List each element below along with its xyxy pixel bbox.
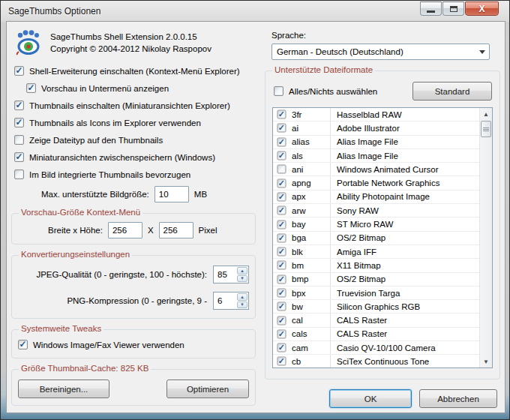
language-selected-value: German - Deutsch (Deutschland) [277, 47, 404, 56]
select-all-checkbox[interactable]: ✓ [274, 86, 284, 96]
formats-list[interactable]: ✓3frHasselblad RAW✓aiAdobe Illustrator✓a… [272, 107, 493, 368]
option-checkbox[interactable]: ✓ [14, 152, 24, 162]
format-checkbox[interactable]: ✓ [278, 178, 286, 188]
format-row[interactable]: ✓apngPortable Network Graphics [273, 176, 479, 190]
format-checkbox[interactable]: ✓ [278, 302, 286, 311]
close-button[interactable]: X [465, 2, 499, 16]
max-image-size-input[interactable] [154, 186, 189, 202]
scroll-down-button[interactable]: ▼ [480, 356, 492, 368]
ok-button[interactable]: OK [329, 389, 412, 408]
format-checkbox[interactable]: ✓ [278, 329, 286, 338]
cache-group: Größe Thumbnail-Cache: 825 KB Bereinigen… [11, 369, 256, 406]
format-checkbox[interactable]: ✓ [278, 344, 286, 352]
jpeg-quality-spinner[interactable]: 85 ▲ ▼ [213, 266, 249, 284]
cancel-button[interactable]: Abbrechen [419, 389, 497, 408]
format-row[interactable]: ✓bmX11 Bitmap [273, 259, 479, 272]
png-compression-spinner[interactable]: 6 ▲ ▼ [213, 292, 249, 310]
option-checkbox-row[interactable]: ✓Im Bild integrierte Thumbnails bevorzug… [14, 166, 257, 183]
format-row[interactable]: ✓cbSciTex Continuous Tone [273, 355, 479, 368]
formats-list-rows: ✓3frHasselblad RAW✓aiAdobe Illustrator✓a… [273, 108, 479, 368]
scroll-up-button[interactable]: ▲ [480, 108, 492, 120]
format-checkbox[interactable]: ✓ [278, 137, 286, 146]
language-select[interactable]: German - Deutsch (Deutschland) [272, 44, 490, 60]
format-desc: Silicon Graphics RGB [331, 302, 420, 311]
jpeg-spin-down-button[interactable]: ▼ [237, 275, 248, 283]
option-checkbox[interactable]: ✓ [14, 100, 24, 110]
format-checkbox[interactable]: ✓ [278, 233, 286, 242]
format-desc: Portable Network Graphics [331, 178, 440, 188]
jpeg-quality-value: 85 [214, 266, 236, 283]
format-checkbox[interactable]: ✓ [278, 220, 286, 229]
png-spin-down-button[interactable]: ▼ [237, 302, 248, 309]
format-row[interactable]: ✓calCALS Raster [273, 314, 479, 327]
formats-group: Unterstützte Dateiformate ✓ Alles/Nichts… [265, 70, 500, 380]
combo-arrow-zone[interactable] [476, 45, 488, 58]
option-checkbox-row[interactable]: ✓Shell-Erweiterung einschalten (Kontext-… [14, 62, 257, 80]
format-row[interactable]: ✓bpxTruevision Targa [273, 286, 479, 300]
window-title: SageThumbs Optionen [8, 6, 100, 16]
format-row[interactable]: ✓bgaOS/2 Bitmap [273, 232, 479, 245]
png-spin-up-button[interactable]: ▲ [237, 293, 248, 301]
format-row[interactable]: ✓camCasio QV-10/100 Camera [273, 341, 479, 355]
option-label: Thumbnails einschalten (Miniaturansichte… [29, 101, 230, 110]
list-scrollbar[interactable]: ▲ ▼ [479, 108, 492, 368]
option-checkbox-row[interactable]: ✓Vorschau in Untermenü anzeigen [26, 80, 257, 97]
format-ext: cb [286, 355, 331, 368]
format-row[interactable]: ✓aliasAlias Image File [273, 136, 479, 149]
option-checkbox[interactable]: ✓ [14, 135, 24, 145]
format-row[interactable]: ✓3frHasselblad RAW [273, 108, 479, 122]
standard-button[interactable]: Standard [412, 82, 492, 100]
scroll-thumb[interactable] [481, 121, 491, 137]
format-row[interactable]: ✓bwSilicon Graphics RGB [273, 300, 479, 314]
format-ext: bpx [286, 286, 331, 299]
format-checkbox[interactable]: ✓ [278, 274, 286, 284]
format-row[interactable]: ✓bmpOS/2 Bitmap [273, 273, 479, 286]
preview-width-input[interactable] [108, 222, 142, 238]
maximize-button[interactable] [442, 2, 464, 16]
format-checkbox[interactable]: ✓ [278, 261, 286, 270]
option-checkbox-row[interactable]: ✓Thumbnails als Icons im Explorer verwen… [14, 114, 257, 131]
preview-height-input[interactable] [159, 222, 194, 238]
format-checkbox[interactable]: ✓ [278, 316, 286, 325]
format-checkbox[interactable]: ✓ [278, 248, 286, 256]
format-row[interactable]: ✓aiAdobe Illustrator [273, 122, 479, 135]
format-checkbox[interactable]: ✓ [278, 152, 286, 160]
format-checkbox[interactable]: ✓ [278, 110, 286, 119]
clean-cache-button[interactable]: Bereinigen... [18, 380, 110, 398]
format-row[interactable]: ✓apxAbility Photopaint Image [273, 190, 479, 204]
minimize-button[interactable] [420, 2, 442, 16]
format-checkbox[interactable]: ✓ [278, 206, 286, 215]
fax-viewer-checkbox[interactable]: ✓ [18, 340, 28, 350]
format-checkbox[interactable]: ✓ [278, 192, 286, 201]
preview-size-group: Vorschau-Größe Kontext-Menü Breite x Höh… [11, 213, 256, 244]
option-checkbox[interactable]: ✓ [14, 66, 24, 76]
format-checkbox[interactable]: ✓ [278, 165, 286, 174]
optimize-cache-button[interactable]: Optimieren [166, 380, 249, 398]
option-checkbox-row[interactable]: ✓Miniaturansichten zwischenspeichern (Wi… [14, 148, 257, 166]
format-row[interactable]: ✓aniWindows Animated Cursor [273, 163, 479, 176]
format-checkbox[interactable]: ✓ [278, 289, 286, 298]
format-row[interactable]: ✓alsAlias Image File [273, 149, 479, 163]
option-checkbox[interactable]: ✓ [14, 118, 24, 128]
option-checkbox[interactable]: ✓ [26, 83, 36, 93]
format-checkbox[interactable]: ✓ [278, 124, 286, 133]
format-desc: Ability Photopaint Image [331, 192, 430, 201]
option-checkbox-list: ✓Shell-Erweiterung einschalten (Kontext-… [10, 62, 257, 183]
format-row[interactable]: ✓bayST Micro RAW [273, 218, 479, 231]
format-checkbox[interactable]: ✓ [278, 357, 286, 366]
titlebar[interactable]: SageThumbs Optionen X [1, 1, 509, 22]
format-row[interactable]: ✓blkAmiga IFF [273, 245, 479, 259]
fax-viewer-row[interactable]: ✓ Windows Image/Fax Viewer verwenden [18, 339, 249, 350]
preview-size-group-title: Vorschau-Größe Kontext-Menü [19, 208, 142, 217]
conversion-group: Konvertierungseinstellungen JPEG-Qualitä… [11, 255, 256, 319]
maximize-icon [450, 6, 458, 12]
jpeg-spin-up-button[interactable]: ▲ [237, 267, 248, 274]
format-row[interactable]: ✓calsCALS Raster [273, 328, 479, 341]
format-desc: ST Micro RAW [331, 220, 393, 229]
option-checkbox[interactable]: ✓ [14, 170, 24, 179]
option-checkbox-row[interactable]: ✓Thumbnails einschalten (Miniaturansicht… [14, 97, 257, 114]
option-checkbox-row[interactable]: ✓Zeige Dateityp auf den Thumbnails [14, 131, 257, 148]
scroll-grip-icon [483, 128, 489, 131]
format-row[interactable]: ✓arwSony RAW [273, 204, 479, 218]
preview-size-unit: Pixel [199, 226, 218, 235]
